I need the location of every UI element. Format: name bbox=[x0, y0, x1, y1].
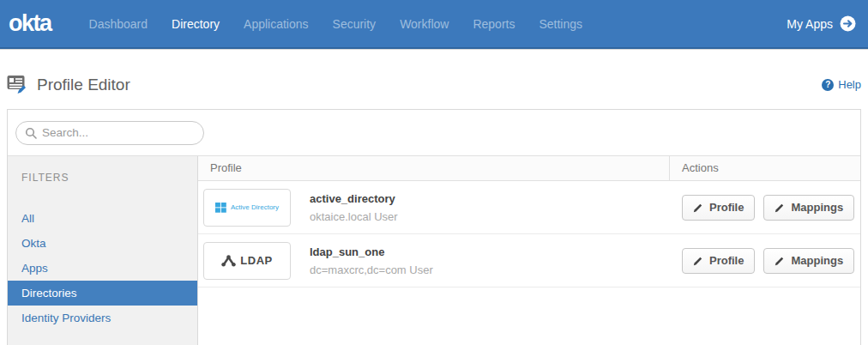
pencil-icon bbox=[775, 203, 785, 213]
profile-description: dc=maxcrc,dc=com User bbox=[310, 263, 433, 276]
active-directory-logo: Active Directory bbox=[215, 203, 279, 213]
profile-info: active_directory oktaice.local User bbox=[310, 192, 398, 223]
profile-button-label: Profile bbox=[709, 201, 744, 214]
logo-label: LDAP bbox=[240, 254, 272, 267]
search-input[interactable] bbox=[42, 126, 195, 139]
filters-sidebar: FILTERS AllOktaAppsDirectoriesIdentity P… bbox=[8, 156, 198, 345]
pencil-icon bbox=[775, 256, 785, 266]
logo-label: Active Directory bbox=[231, 203, 279, 211]
search-icon bbox=[25, 127, 37, 139]
search-box bbox=[15, 121, 204, 145]
filter-item-directories[interactable]: Directories bbox=[8, 281, 197, 306]
okta-logo[interactable]: okta bbox=[9, 10, 51, 37]
nav-item-reports[interactable]: Reports bbox=[473, 17, 515, 31]
table-row: Active Directory Active Directory bbox=[198, 181, 860, 234]
filter-item-all[interactable]: All bbox=[8, 206, 197, 231]
help-icon: ? bbox=[822, 79, 834, 91]
table-header: Profile Actions bbox=[198, 156, 860, 181]
ldap-logo: LDAP bbox=[221, 254, 272, 267]
profile-editor-panel: FILTERS AllOktaAppsDirectoriesIdentity P… bbox=[7, 109, 861, 345]
actions-cell: Profile Mappings bbox=[669, 248, 860, 274]
pencil-icon bbox=[693, 203, 703, 213]
nav-item-dashboard[interactable]: Dashboard bbox=[89, 17, 148, 31]
nav-item-security[interactable]: Security bbox=[333, 17, 377, 31]
filter-list: AllOktaAppsDirectoriesIdentity Providers bbox=[8, 206, 197, 330]
nav-item-applications[interactable]: Applications bbox=[244, 17, 309, 31]
logo-box: LDAP LDAP bbox=[203, 242, 291, 280]
filter-item-apps[interactable]: Apps bbox=[8, 256, 197, 281]
help-label: Help bbox=[838, 78, 861, 91]
profile-name: active_directory bbox=[310, 192, 398, 205]
top-nav: okta DashboardDirectoryApplicationsSecur… bbox=[0, 0, 868, 49]
profile-table-body: Active Directory Active Directory bbox=[198, 181, 860, 288]
mappings-button[interactable]: Mappings bbox=[763, 195, 854, 221]
windows-icon bbox=[215, 203, 226, 213]
pencil-icon bbox=[693, 256, 703, 266]
help-link[interactable]: ? Help bbox=[822, 78, 861, 91]
filter-item-okta[interactable]: Okta bbox=[8, 231, 197, 256]
nav-item-directory[interactable]: Directory bbox=[172, 17, 220, 31]
profile-button-label: Profile bbox=[709, 254, 744, 267]
profile-editor-icon bbox=[7, 75, 28, 94]
profile-button[interactable]: Profile bbox=[682, 248, 755, 274]
filters-heading: FILTERS bbox=[8, 156, 197, 184]
profiles-table: Profile Actions Active Directory bbox=[198, 156, 860, 345]
nav-items: DashboardDirectoryApplicationsSecurityWo… bbox=[89, 17, 583, 31]
page-title: Profile Editor bbox=[37, 76, 130, 94]
profile-button[interactable]: Profile bbox=[682, 195, 755, 221]
mappings-button-label: Mappings bbox=[791, 201, 843, 214]
nav-item-workflow[interactable]: Workflow bbox=[400, 17, 449, 31]
mappings-button[interactable]: Mappings bbox=[763, 248, 854, 274]
nav-item-settings[interactable]: Settings bbox=[539, 17, 582, 31]
column-header-profile: Profile bbox=[198, 156, 669, 180]
profile-name: ldap_sun_one bbox=[310, 245, 433, 258]
actions-cell: Profile Mappings bbox=[669, 195, 860, 221]
my-apps-label: My Apps bbox=[787, 17, 833, 31]
table-row: LDAP LDAP ldap_sun bbox=[198, 234, 860, 288]
ldap-network-icon bbox=[221, 255, 236, 267]
my-apps-button[interactable]: My Apps bbox=[787, 15, 856, 32]
page-header: Profile Editor ? Help bbox=[7, 75, 861, 94]
profile-description: oktaice.local User bbox=[310, 210, 398, 223]
profile-info: ldap_sun_one dc=maxcrc,dc=com User bbox=[310, 245, 433, 276]
mappings-button-label: Mappings bbox=[791, 254, 843, 267]
logo-box: Active Directory Active Directory bbox=[203, 189, 291, 227]
filter-item-identity-providers[interactable]: Identity Providers bbox=[8, 306, 197, 330]
column-header-actions: Actions bbox=[669, 156, 860, 180]
profile-cell: LDAP LDAP ldap_sun bbox=[198, 242, 669, 280]
arrow-right-circle-icon bbox=[840, 15, 856, 32]
search-row bbox=[8, 110, 860, 156]
profile-cell: Active Directory Active Directory bbox=[198, 189, 669, 227]
